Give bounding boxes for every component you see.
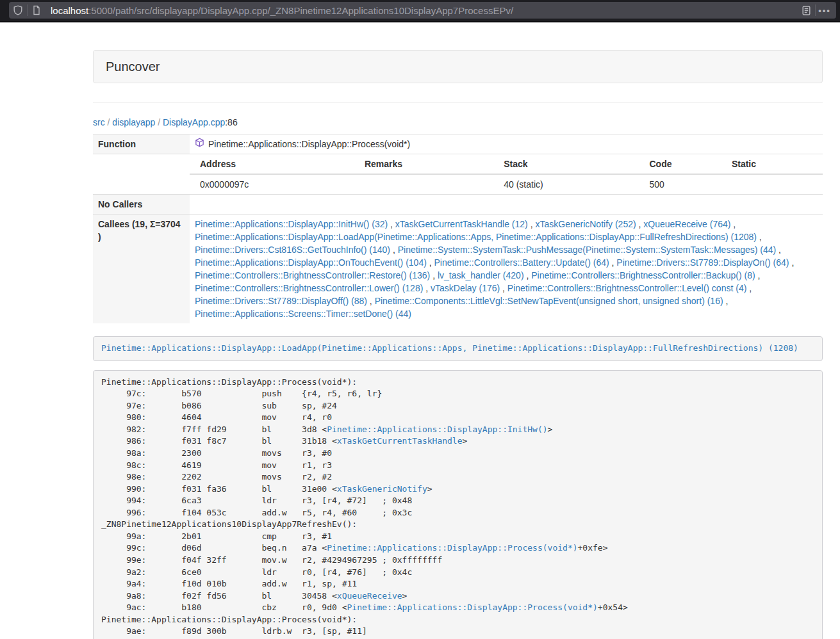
breadcrumb-separator: /	[155, 117, 163, 127]
divider-rule	[93, 102, 823, 103]
url-host: localhost	[51, 5, 88, 16]
stats-value: 0x0000097c	[190, 174, 354, 194]
function-table: Function Pinetime::Applications::Display…	[93, 134, 823, 323]
stats-column-header: Stack	[493, 154, 639, 174]
assembly-listing: Pinetime::Applications::DisplayApp::Proc…	[93, 370, 823, 639]
shield-icon[interactable]	[9, 1, 27, 19]
callee-link[interactable]: xTaskGenericNotify (252)	[535, 219, 636, 229]
assembly-line: 9ac: b180 cbz r0, 9d0 <Pinetime::Applica…	[101, 602, 814, 614]
browser-toolbar: localhost:5000/path/src/displayapp/Displ…	[0, 0, 840, 22]
assembly-line: 990: f031 fa36 bl 31e00 <xTaskGenericNot…	[101, 483, 814, 496]
assembly-line: 97c: b570 push {r4, r5, r6, lr}	[101, 388, 814, 400]
reader-mode-icon[interactable]	[797, 1, 815, 19]
assembly-symbol-link[interactable]: xTaskGenericNotify	[337, 484, 427, 494]
stats-column-header: Address	[190, 154, 354, 174]
assembly-line: 99a: 2b01 cmp r3, #1	[101, 531, 814, 543]
package-cube-icon	[195, 138, 204, 150]
assembly-line: 99c: d06d beq.n a7a <Pinetime::Applicati…	[101, 542, 814, 554]
breadcrumb-line-number: :86	[225, 117, 237, 127]
table-row: Callees (19, Σ=3704 ) Pinetime::Applicat…	[93, 214, 823, 324]
breadcrumb-link[interactable]: DisplayApp.cpp	[163, 117, 225, 127]
assembly-line: 98c: 4619 mov r1, r3	[101, 460, 814, 472]
callees-list: Pinetime::Applications::DisplayApp::Init…	[190, 214, 823, 324]
assembly-line: 98a: 2300 movs r3, #0	[101, 448, 814, 460]
breadcrumb-link[interactable]: displayapp	[112, 117, 155, 127]
function-row-label: Function	[93, 134, 190, 154]
breadcrumb: src / displayapp / DisplayApp.cpp:86	[93, 116, 823, 129]
callee-link[interactable]: Pinetime::Drivers::Cst816S::GetTouchInfo…	[195, 245, 390, 255]
assembly-line: 97e: b086 sub sp, #24	[101, 400, 814, 412]
stats-value	[721, 174, 823, 194]
stats-value: 40 (static)	[493, 174, 639, 194]
table-row: Function Pinetime::Applications::Display…	[93, 134, 823, 154]
assembly-line: 9ae: f89d 300b ldrb.w r3, [sp, #11]	[101, 626, 814, 638]
snippet-link[interactable]: Pinetime::Applications::DisplayApp::Load…	[101, 343, 798, 353]
breadcrumb-separator: /	[105, 117, 113, 127]
table-row: No Callers	[93, 195, 823, 214]
assembly-symbol-link[interactable]: Pinetime::Applications::DisplayApp::Proc…	[347, 603, 598, 612]
callee-link[interactable]: xQueueReceive (764)	[643, 219, 730, 229]
stats-table: AddressRemarksStackCodeStatic 0x0000097c…	[190, 154, 823, 194]
stats-value-row: 0x0000097c40 (static)500	[190, 174, 823, 194]
callee-link[interactable]: Pinetime::Controllers::BrightnessControl…	[195, 283, 423, 293]
assembly-symbol-link[interactable]: xQueueReceive	[337, 591, 402, 601]
stats-column-header: Code	[639, 154, 721, 174]
stats-value	[354, 174, 493, 194]
callees-label: Callees (19, Σ=3704 )	[93, 214, 190, 324]
assembly-symbol-link[interactable]: Pinetime::Applications::DisplayApp::Proc…	[327, 543, 577, 553]
no-callers-label: No Callers	[93, 195, 190, 214]
callee-link[interactable]: Pinetime::Applications::Screens::Timer::…	[195, 309, 411, 319]
assembly-line: 9a4: f10d 010b add.w r1, sp, #11	[101, 578, 814, 590]
page-title: Puncover	[93, 50, 823, 83]
assembly-line: 9a2: 6ce0 ldr r0, [r4, #76] ; 0x4c	[101, 567, 814, 579]
assembly-symbol-link[interactable]: xTaskGetCurrentTaskHandle	[337, 436, 463, 446]
stats-value: 500	[639, 174, 721, 194]
url-path: :5000/path/src/displayapp/DisplayApp.cpp…	[88, 5, 513, 16]
assembly-line: _ZN8Pinetime12Applications10DisplayApp7R…	[101, 519, 814, 531]
callee-link[interactable]: Pinetime::Controllers::BrightnessControl…	[195, 270, 430, 280]
callee-link[interactable]: Pinetime::Controllers::BrightnessControl…	[531, 270, 755, 280]
assembly-line: Pinetime::Applications::DisplayApp::Proc…	[101, 376, 814, 389]
assembly-line: 994: 6ca3 ldr r3, [r4, #72] ; 0x48	[101, 495, 814, 507]
assembly-line: 98e: 2202 movs r2, #2	[101, 471, 814, 483]
function-name: Pinetime::Applications::DisplayApp::Proc…	[208, 138, 410, 150]
more-options-icon[interactable]: •••	[816, 1, 834, 19]
stats-column-header: Remarks	[354, 154, 493, 174]
callee-link[interactable]: Pinetime::Applications::DisplayApp::Load…	[195, 232, 757, 242]
url-text[interactable]: localhost:5000/path/src/displayapp/Displ…	[51, 5, 797, 16]
assembly-line: 9a8: f02f fd56 bl 30458 <xQueueReceive>	[101, 590, 814, 603]
assembly-line: 986: f031 f8c7 bl 31b18 <xTaskGetCurrent…	[101, 435, 814, 448]
page-content: Puncover src / displayapp / DisplayApp.c…	[93, 50, 823, 639]
assembly-symbol-link[interactable]: Pinetime::Applications::DisplayApp::Init…	[327, 425, 547, 434]
callee-link[interactable]: Pinetime::Drivers::St7789::DisplayOff() …	[195, 296, 367, 306]
callee-link[interactable]: vTaskDelay (176)	[431, 283, 500, 293]
callee-link[interactable]: Pinetime::System::SystemTask::PushMessag…	[398, 245, 777, 255]
highlighted-symbol-box: Pinetime::Applications::DisplayApp::Load…	[93, 336, 823, 361]
assembly-line: 996: f104 053c add.w r5, r4, #60 ; 0x3c	[101, 507, 814, 519]
callee-link[interactable]: Pinetime::Controllers::Battery::Update()…	[434, 257, 609, 268]
assembly-line: 982: f7ff fd29 bl 3d8 <Pinetime::Applica…	[101, 424, 814, 436]
assembly-line: Pinetime::Applications::DisplayApp::Proc…	[101, 614, 814, 626]
callee-link[interactable]: xTaskGetCurrentTaskHandle (12)	[395, 219, 528, 229]
table-row: AddressRemarksStackCodeStatic 0x0000097c…	[93, 154, 823, 195]
assembly-line: 980: 4604 mov r4, r0	[101, 412, 814, 424]
page-icon[interactable]	[28, 1, 45, 19]
stats-header-row: AddressRemarksStackCodeStatic	[190, 154, 823, 174]
url-bar[interactable]: localhost:5000/path/src/displayapp/Displ…	[9, 2, 836, 19]
callee-link[interactable]: lv_task_handler (420)	[438, 270, 524, 280]
breadcrumb-link[interactable]: src	[93, 117, 105, 127]
callee-link[interactable]: Pinetime::Applications::DisplayApp::Init…	[195, 219, 388, 229]
assembly-line: 99e: f04f 32ff mov.w r2, #4294967295 ; 0…	[101, 554, 814, 567]
callee-link[interactable]: Pinetime::Controllers::BrightnessControl…	[507, 283, 746, 293]
callee-link[interactable]: Pinetime::Components::LittleVgl::SetNewT…	[375, 296, 723, 306]
stats-column-header: Static	[721, 154, 823, 174]
callee-link[interactable]: Pinetime::Applications::DisplayApp::OnTo…	[195, 257, 427, 268]
callee-link[interactable]: Pinetime::Drivers::St7789::DisplayOn() (…	[616, 257, 789, 268]
